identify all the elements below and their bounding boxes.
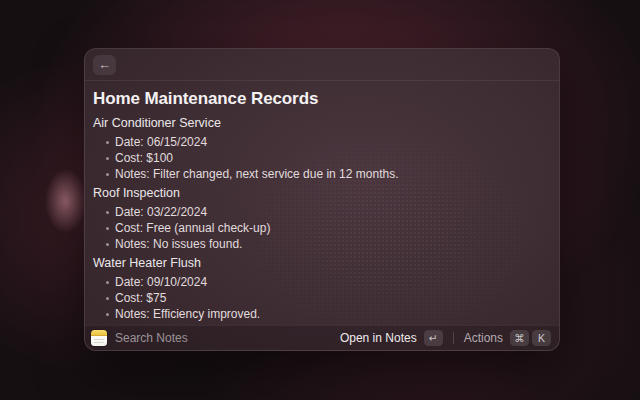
back-arrow-icon: ←	[98, 58, 111, 71]
command-name-label: Search Notes	[115, 331, 188, 345]
window-footer: Search Notes Open in Notes ↵ Actions ⌘ K	[85, 325, 559, 350]
bullet-item: Date: 06/15/2024	[115, 134, 543, 150]
footer-actions: Open in Notes ↵ Actions ⌘ K	[340, 330, 551, 346]
bullet-item: Notes: Efficiency improved.	[115, 306, 543, 322]
section-heading: Roof Inspection	[93, 186, 543, 201]
record-section: Roof Inspection Date: 03/22/2024 Cost: F…	[93, 186, 543, 252]
note-detail-content: Home Maintenance Records Air Conditioner…	[85, 81, 559, 325]
bullet-item: Cost: $100	[115, 150, 543, 166]
page-title: Home Maintenance Records	[93, 89, 543, 109]
actions-label: Actions	[464, 331, 503, 345]
open-in-notes-button[interactable]: Open in Notes ↵	[340, 330, 443, 346]
open-in-notes-label: Open in Notes	[340, 331, 417, 345]
record-section: Air Conditioner Service Date: 06/15/2024…	[93, 116, 543, 182]
section-heading: Water Heater Flush	[93, 256, 543, 271]
section-heading: Air Conditioner Service	[93, 116, 543, 131]
footer-divider	[453, 332, 454, 344]
return-key-icon: ↵	[424, 330, 443, 346]
k-key-icon: K	[532, 330, 551, 346]
back-button[interactable]: ←	[93, 55, 116, 75]
record-section: Water Heater Flush Date: 09/10/2024 Cost…	[93, 256, 543, 322]
bullet-item: Notes: No issues found.	[115, 236, 543, 252]
bullet-item: Cost: Free (annual check-up)	[115, 220, 543, 236]
actions-button[interactable]: Actions ⌘ K	[464, 330, 551, 346]
bullet-list: Date: 03/22/2024 Cost: Free (annual chec…	[93, 204, 543, 252]
bullet-item: Date: 03/22/2024	[115, 204, 543, 220]
bullet-list: Date: 09/10/2024 Cost: $75 Notes: Effici…	[93, 274, 543, 322]
notes-app-icon	[91, 330, 107, 346]
bullet-item: Date: 09/10/2024	[115, 274, 543, 290]
bullet-item: Cost: $75	[115, 290, 543, 306]
bullet-list: Date: 06/15/2024 Cost: $100 Notes: Filte…	[93, 134, 543, 182]
command-palette-window: ← Home Maintenance Records Air Condition…	[84, 48, 560, 351]
window-header: ←	[85, 49, 559, 81]
bullet-item: Notes: Filter changed, next service due …	[115, 166, 543, 182]
command-key-icon: ⌘	[510, 330, 529, 346]
